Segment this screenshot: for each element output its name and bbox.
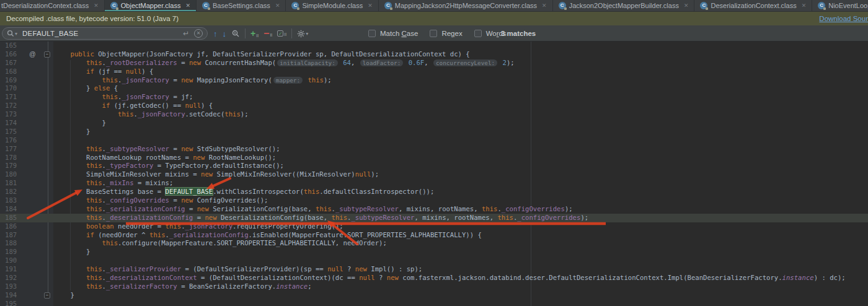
decompiled-banner: Decompiled .class file, bytecode version… bbox=[0, 11, 868, 25]
tab-Jackson2ObjectMapperBuilder.class[interactable]: CJackson2ObjectMapperBuilder.class✕ bbox=[553, 0, 695, 11]
code-line-171: 171 this._jsonFactory = jf; bbox=[0, 93, 868, 102]
code-text: SimpleMixInResolver mixins = new SimpleM… bbox=[55, 170, 379, 178]
code-text: } bbox=[55, 128, 90, 135]
close-icon[interactable]: ✕ bbox=[802, 2, 807, 9]
minus-icon: − bbox=[264, 30, 269, 38]
line-number: 191 bbox=[5, 265, 17, 273]
find-all-button[interactable] bbox=[231, 29, 240, 38]
code-text: this._jsonFactory.setCodec(this); bbox=[55, 110, 249, 118]
clear-search-button[interactable]: ✕ bbox=[194, 29, 203, 38]
search-settings-button[interactable]: ▾ bbox=[297, 30, 309, 38]
tab-SimpleModule.class[interactable]: CSimpleModule.class✕ bbox=[286, 0, 378, 11]
editor-tab-bar: tDeserializationContext.class✕CObjectMap… bbox=[0, 0, 868, 11]
close-icon[interactable]: ✕ bbox=[684, 2, 689, 9]
toolbar-separator bbox=[245, 28, 246, 38]
code-text: this._serializationConfig = new Serializ… bbox=[55, 205, 573, 212]
line-number: 168 bbox=[5, 68, 17, 75]
class-icon: C bbox=[291, 2, 299, 9]
download-sources-link[interactable]: Download Sour bbox=[819, 15, 868, 22]
line-number: 166 bbox=[5, 50, 17, 58]
tab-label: Jackson2ObjectMapperBuilder.class bbox=[569, 2, 679, 9]
code-editor[interactable]: 165166@− public ObjectMapper(JsonFactory… bbox=[0, 42, 868, 306]
parameter-hint: loadFactor: bbox=[360, 59, 404, 66]
line-number: 165 bbox=[5, 42, 17, 49]
code-line-165: 165 bbox=[0, 42, 868, 50]
line-number: 193 bbox=[5, 282, 17, 290]
line-number: 180 bbox=[5, 170, 17, 178]
code-line-173: 173 this._jsonFactory.setCodec(this); bbox=[0, 110, 868, 119]
match-count: 3 matches bbox=[501, 25, 536, 42]
tab-label: BaseSettings.class bbox=[213, 2, 270, 9]
code-text: this._jsonFactory = jf; bbox=[55, 93, 193, 100]
code-line-180: 180 SimpleMixInResolver mixins = new Sim… bbox=[0, 170, 868, 179]
tab-label: MappingJackson2HttpMessageConverter.clas… bbox=[395, 2, 537, 9]
find-toolbar: ▾ DEFAULT_BASE ↵ ✕ ↑ ↓ + II − II ✓ II bbox=[0, 25, 868, 42]
line-number: 175 bbox=[5, 128, 17, 135]
close-icon[interactable]: ✕ bbox=[275, 2, 280, 9]
line-number: 186 bbox=[5, 222, 17, 230]
code-text: } bbox=[55, 119, 106, 126]
code-line-184: 184 this._serializationConfig = new Seri… bbox=[0, 205, 868, 214]
line-number: 188 bbox=[5, 239, 17, 247]
line-number: 173 bbox=[5, 110, 17, 118]
code-text: RootNameLookup rootNames = new RootNameL… bbox=[55, 154, 276, 161]
search-icon bbox=[7, 30, 14, 37]
match-case-checkbox[interactable]: Match Case bbox=[368, 30, 418, 37]
regex-checkbox[interactable]: Regex bbox=[430, 30, 462, 37]
select-all-occurrences-button[interactable]: ✓ II bbox=[277, 30, 286, 37]
code-text: if (needOrder ^ this._serializationConfi… bbox=[55, 231, 482, 238]
code-line-167: 167 this._rootDeserializers = new Concur… bbox=[0, 59, 868, 68]
class-icon: C bbox=[384, 2, 392, 9]
line-number: 189 bbox=[5, 248, 17, 255]
code-text: this._jsonFactory = new MappingJsonFacto… bbox=[55, 76, 332, 84]
line-number: 170 bbox=[5, 84, 17, 92]
code-area: 165166@− public ObjectMapper(JsonFactory… bbox=[0, 42, 868, 306]
code-line-177: 177 this._subtypeResolver = new StdSubty… bbox=[0, 145, 868, 154]
line-number: 184 bbox=[5, 205, 17, 212]
previous-match-button[interactable]: ↑ bbox=[213, 30, 218, 38]
search-history-dropdown-icon[interactable]: ▾ bbox=[15, 31, 17, 37]
line-number: 187 bbox=[5, 231, 17, 238]
code-line-183: 183 this._configOverrides = new ConfigOv… bbox=[0, 196, 868, 205]
close-icon[interactable]: ✕ bbox=[368, 2, 373, 9]
code-text: this._deserializationConfig = new Deseri… bbox=[55, 214, 588, 221]
checkbox-box bbox=[368, 30, 376, 37]
tab-ObjectMapper.class[interactable]: CObjectMapper.class✕ bbox=[105, 0, 197, 11]
close-icon[interactable]: ✕ bbox=[94, 2, 99, 9]
tab-MappingJackson2HttpMessageConverter.class[interactable]: CMappingJackson2HttpMessageConverter.cla… bbox=[379, 0, 553, 11]
code-line-181: 181 this._mixIns = mixins; bbox=[0, 179, 868, 188]
code-line-195: 195 bbox=[0, 300, 868, 306]
remove-occurrence-button[interactable]: − II bbox=[264, 30, 272, 38]
tab-tDeserializationContext.class[interactable]: tDeserializationContext.class✕ bbox=[0, 0, 105, 11]
tab-DeserializationContext.class[interactable]: CDeserializationContext.class✕ bbox=[694, 0, 812, 11]
class-icon: C bbox=[700, 2, 707, 9]
code-line-187: 187 if (needOrder ^ this._serializationC… bbox=[0, 231, 868, 240]
class-icon: C bbox=[110, 2, 118, 9]
tab-BaseSettings.class[interactable]: CBaseSettings.class✕ bbox=[197, 0, 286, 11]
next-match-button[interactable]: ↓ bbox=[223, 30, 227, 38]
code-line-174: 174 } bbox=[0, 119, 868, 128]
code-line-178: 178 RootNameLookup rootNames = new RootN… bbox=[0, 154, 868, 162]
line-number: 167 bbox=[5, 59, 17, 66]
close-icon[interactable]: ✕ bbox=[542, 2, 547, 9]
code-text: this._typeFactory = TypeFactory.defaultI… bbox=[55, 162, 284, 169]
code-line-189: 189 } bbox=[0, 248, 868, 256]
line-number: 177 bbox=[5, 145, 17, 152]
code-line-191: 191 this._serializerProvider = (DefaultS… bbox=[0, 265, 868, 274]
code-text: boolean needOrder = this._jsonFactory.re… bbox=[55, 222, 343, 230]
line-number: 192 bbox=[5, 274, 17, 281]
annotation-gutter-icon[interactable]: @ bbox=[29, 50, 36, 59]
close-icon[interactable]: ✕ bbox=[185, 2, 190, 9]
code-text: this._serializerFactory = BeanSerializer… bbox=[55, 282, 312, 290]
code-line-170: 170 } else { bbox=[0, 84, 868, 93]
fold-start-icon[interactable]: − bbox=[44, 51, 50, 58]
enter-icon: ↵ bbox=[183, 29, 189, 38]
code-line-176: 176 bbox=[0, 136, 868, 145]
search-input[interactable]: ▾ DEFAULT_BASE ↵ ✕ bbox=[2, 27, 208, 40]
search-tools: ↑ ↓ + II − II ✓ II bbox=[213, 25, 309, 42]
plus-icon: + bbox=[250, 29, 255, 38]
tab-NioEventLoop.class[interactable]: CNioEventLoop.class✕ bbox=[812, 0, 868, 11]
add-occurrence-button[interactable]: + II bbox=[250, 29, 259, 38]
find-all-icon bbox=[231, 29, 240, 38]
fold-end-icon[interactable]: − bbox=[44, 292, 50, 299]
